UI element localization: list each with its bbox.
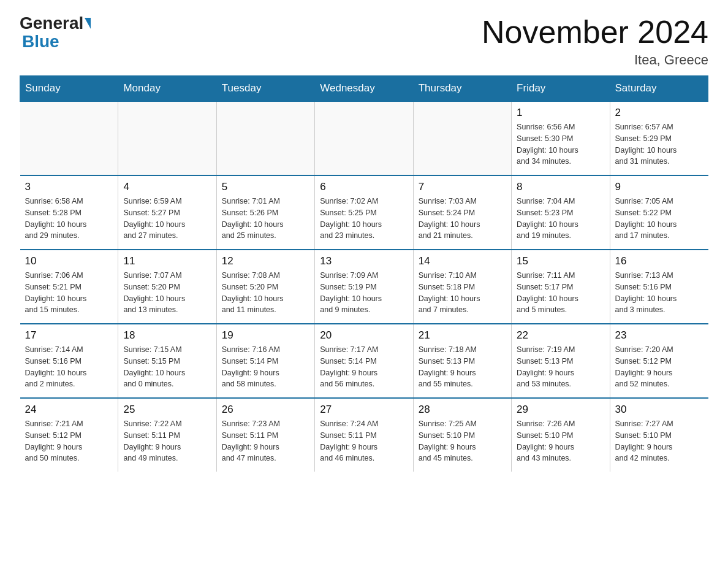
logo: General Blue	[20, 15, 92, 52]
day-info: Sunrise: 7:15 AM Sunset: 5:15 PM Dayligh…	[123, 344, 211, 390]
day-number: 12	[222, 255, 309, 267]
day-number: 9	[615, 181, 703, 193]
calendar-cell: 5Sunrise: 7:01 AM Sunset: 5:26 PM Daylig…	[216, 175, 314, 250]
weekday-header-friday: Friday	[512, 76, 610, 102]
calendar-cell: 13Sunrise: 7:09 AM Sunset: 5:19 PM Dayli…	[315, 250, 413, 324]
weekday-header-sunday: Sunday	[20, 76, 118, 102]
logo-triangle-icon	[85, 18, 91, 29]
calendar-cell: 12Sunrise: 7:08 AM Sunset: 5:20 PM Dayli…	[216, 250, 314, 324]
day-info: Sunrise: 7:04 AM Sunset: 5:23 PM Dayligh…	[517, 196, 604, 242]
calendar-cell: 28Sunrise: 7:25 AM Sunset: 5:10 PM Dayli…	[413, 398, 511, 472]
day-info: Sunrise: 6:58 AM Sunset: 5:28 PM Dayligh…	[25, 196, 113, 242]
day-info: Sunrise: 7:21 AM Sunset: 5:12 PM Dayligh…	[25, 418, 113, 464]
day-info: Sunrise: 7:08 AM Sunset: 5:20 PM Dayligh…	[222, 270, 309, 316]
week-row-2: 3Sunrise: 6:58 AM Sunset: 5:28 PM Daylig…	[20, 175, 708, 250]
day-number: 28	[419, 404, 506, 416]
day-info: Sunrise: 7:05 AM Sunset: 5:22 PM Dayligh…	[615, 196, 703, 242]
day-info: Sunrise: 7:27 AM Sunset: 5:10 PM Dayligh…	[615, 418, 703, 464]
week-row-4: 17Sunrise: 7:14 AM Sunset: 5:16 PM Dayli…	[20, 324, 708, 398]
calendar-cell: 20Sunrise: 7:17 AM Sunset: 5:14 PM Dayli…	[315, 324, 413, 398]
calendar-table: SundayMondayTuesdayWednesdayThursdayFrid…	[20, 75, 708, 472]
day-number: 15	[517, 255, 604, 267]
calendar-cell: 6Sunrise: 7:02 AM Sunset: 5:25 PM Daylig…	[315, 175, 413, 250]
day-number: 3	[25, 181, 113, 193]
day-info: Sunrise: 7:07 AM Sunset: 5:20 PM Dayligh…	[123, 270, 211, 316]
day-number: 8	[517, 181, 604, 193]
page-header: General Blue November 2024 Itea, Greece	[20, 15, 708, 68]
day-number: 17	[25, 329, 113, 342]
weekday-header-wednesday: Wednesday	[315, 76, 413, 102]
calendar-cell: 22Sunrise: 7:19 AM Sunset: 5:13 PM Dayli…	[512, 324, 610, 398]
page-title: November 2024	[482, 15, 708, 50]
calendar-cell: 3Sunrise: 6:58 AM Sunset: 5:28 PM Daylig…	[20, 175, 118, 250]
calendar-cell: 26Sunrise: 7:23 AM Sunset: 5:11 PM Dayli…	[216, 398, 314, 472]
day-number: 19	[222, 329, 309, 342]
day-number: 29	[517, 404, 604, 416]
calendar-cell: 19Sunrise: 7:16 AM Sunset: 5:14 PM Dayli…	[216, 324, 314, 398]
weekday-header-saturday: Saturday	[610, 76, 708, 102]
day-number: 5	[222, 181, 309, 193]
day-info: Sunrise: 7:02 AM Sunset: 5:25 PM Dayligh…	[320, 196, 408, 242]
day-info: Sunrise: 6:57 AM Sunset: 5:29 PM Dayligh…	[615, 121, 703, 167]
calendar-cell	[315, 101, 413, 175]
day-info: Sunrise: 7:23 AM Sunset: 5:11 PM Dayligh…	[222, 418, 309, 464]
day-info: Sunrise: 6:56 AM Sunset: 5:30 PM Dayligh…	[517, 121, 604, 167]
weekday-header-row: SundayMondayTuesdayWednesdayThursdayFrid…	[20, 76, 708, 102]
logo-general-text: General	[20, 15, 83, 32]
day-info: Sunrise: 7:18 AM Sunset: 5:13 PM Dayligh…	[419, 344, 506, 390]
calendar-cell: 7Sunrise: 7:03 AM Sunset: 5:24 PM Daylig…	[413, 175, 511, 250]
day-number: 16	[615, 255, 703, 267]
day-info: Sunrise: 7:19 AM Sunset: 5:13 PM Dayligh…	[517, 344, 604, 390]
week-row-1: 1Sunrise: 6:56 AM Sunset: 5:30 PM Daylig…	[20, 101, 708, 175]
day-number: 26	[222, 404, 309, 416]
calendar-cell	[216, 101, 314, 175]
day-number: 21	[419, 329, 506, 342]
day-number: 22	[517, 329, 604, 342]
calendar-cell: 18Sunrise: 7:15 AM Sunset: 5:15 PM Dayli…	[118, 324, 216, 398]
calendar-cell: 24Sunrise: 7:21 AM Sunset: 5:12 PM Dayli…	[20, 398, 118, 472]
day-info: Sunrise: 7:20 AM Sunset: 5:12 PM Dayligh…	[615, 344, 703, 390]
calendar-cell	[20, 101, 118, 175]
day-number: 4	[123, 181, 211, 193]
logo-blue-text: Blue	[22, 32, 59, 51]
day-info: Sunrise: 7:26 AM Sunset: 5:10 PM Dayligh…	[517, 418, 604, 464]
calendar-cell: 21Sunrise: 7:18 AM Sunset: 5:13 PM Dayli…	[413, 324, 511, 398]
calendar-cell: 17Sunrise: 7:14 AM Sunset: 5:16 PM Dayli…	[20, 324, 118, 398]
day-info: Sunrise: 7:16 AM Sunset: 5:14 PM Dayligh…	[222, 344, 309, 390]
day-info: Sunrise: 7:09 AM Sunset: 5:19 PM Dayligh…	[320, 270, 408, 316]
calendar-cell: 8Sunrise: 7:04 AM Sunset: 5:23 PM Daylig…	[512, 175, 610, 250]
day-number: 23	[615, 329, 703, 342]
calendar-cell: 23Sunrise: 7:20 AM Sunset: 5:12 PM Dayli…	[610, 324, 708, 398]
day-number: 1	[517, 107, 604, 119]
location-subtitle: Itea, Greece	[482, 52, 708, 68]
day-info: Sunrise: 7:01 AM Sunset: 5:26 PM Dayligh…	[222, 196, 309, 242]
day-info: Sunrise: 7:11 AM Sunset: 5:17 PM Dayligh…	[517, 270, 604, 316]
day-number: 18	[123, 329, 211, 342]
calendar-cell: 27Sunrise: 7:24 AM Sunset: 5:11 PM Dayli…	[315, 398, 413, 472]
day-number: 14	[419, 255, 506, 267]
title-area: November 2024 Itea, Greece	[482, 15, 708, 68]
week-row-3: 10Sunrise: 7:06 AM Sunset: 5:21 PM Dayli…	[20, 250, 708, 324]
weekday-header-monday: Monday	[118, 76, 216, 102]
calendar-cell: 14Sunrise: 7:10 AM Sunset: 5:18 PM Dayli…	[413, 250, 511, 324]
day-info: Sunrise: 7:10 AM Sunset: 5:18 PM Dayligh…	[419, 270, 506, 316]
day-info: Sunrise: 7:14 AM Sunset: 5:16 PM Dayligh…	[25, 344, 113, 390]
calendar-cell: 25Sunrise: 7:22 AM Sunset: 5:11 PM Dayli…	[118, 398, 216, 472]
calendar-cell	[118, 101, 216, 175]
day-number: 10	[25, 255, 113, 267]
day-number: 13	[320, 255, 408, 267]
day-number: 6	[320, 181, 408, 193]
day-info: Sunrise: 6:59 AM Sunset: 5:27 PM Dayligh…	[123, 196, 211, 242]
day-number: 20	[320, 329, 408, 342]
weekday-header-thursday: Thursday	[413, 76, 511, 102]
calendar-cell: 1Sunrise: 6:56 AM Sunset: 5:30 PM Daylig…	[512, 101, 610, 175]
calendar-cell: 9Sunrise: 7:05 AM Sunset: 5:22 PM Daylig…	[610, 175, 708, 250]
calendar-cell: 2Sunrise: 6:57 AM Sunset: 5:29 PM Daylig…	[610, 101, 708, 175]
day-info: Sunrise: 7:17 AM Sunset: 5:14 PM Dayligh…	[320, 344, 408, 390]
calendar-cell: 16Sunrise: 7:13 AM Sunset: 5:16 PM Dayli…	[610, 250, 708, 324]
day-info: Sunrise: 7:25 AM Sunset: 5:10 PM Dayligh…	[419, 418, 506, 464]
day-info: Sunrise: 7:24 AM Sunset: 5:11 PM Dayligh…	[320, 418, 408, 464]
day-info: Sunrise: 7:13 AM Sunset: 5:16 PM Dayligh…	[615, 270, 703, 316]
day-number: 27	[320, 404, 408, 416]
weekday-header-tuesday: Tuesday	[216, 76, 314, 102]
